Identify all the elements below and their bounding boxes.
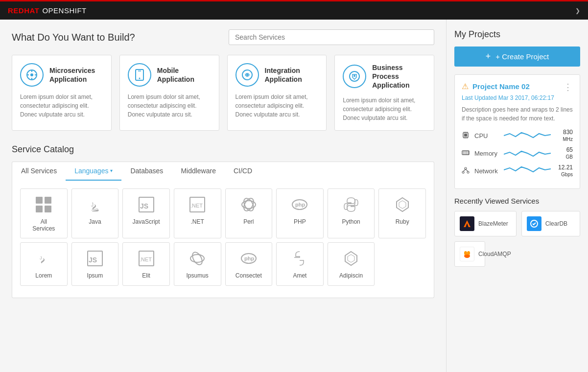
svg-point-55 — [467, 171, 469, 173]
plus-icon: + — [486, 51, 491, 62]
memory-chart — [504, 147, 551, 159]
project-updated: Last Updated Mar 3 2017, 06:22:17 — [462, 94, 573, 101]
service-item-ipsum[interactable]: JS Ipsum — [71, 242, 119, 285]
service-grid-row1: AllServices J Java — [20, 188, 426, 239]
build-card-business[interactable]: Business ProcessApplication Lorem ipsum … — [334, 55, 434, 131]
integration-desc: Lorem ipsum dolor sit amet, consectetur … — [235, 93, 319, 119]
service-item-elit[interactable]: .NET Elit — [122, 242, 170, 285]
mobile-icon — [128, 63, 151, 87]
service-item-lorem[interactable]: J Lorem — [20, 242, 68, 285]
service-item-all[interactable]: AllServices — [20, 188, 68, 239]
svg-text:J: J — [91, 202, 94, 208]
project-card-header: ⚠ Project Name 02 ⋮ — [462, 82, 573, 93]
microservices-desc: Lorem ipsum dolor sit amet, consectetur … — [20, 93, 103, 119]
left-content: What Do You Want to Build? — [0, 20, 446, 372]
amet-icon — [290, 249, 309, 268]
recently-item-cloudamqp[interactable]: CloudAMQP — [454, 241, 485, 267]
service-item-amet[interactable]: Amet — [276, 242, 324, 285]
recently-item-cleardb[interactable]: ClearDB — [521, 211, 580, 236]
service-item-php[interactable]: php PHP — [276, 188, 324, 239]
service-item-adipiscin[interactable]: Adipiscin — [328, 242, 375, 285]
build-card-header: Business ProcessApplication — [343, 63, 426, 90]
svg-text:php: php — [295, 202, 305, 208]
cpu-label: CPU — [474, 132, 504, 140]
svg-text:JS: JS — [89, 256, 97, 264]
nav-chevron-icon[interactable]: ❯ — [575, 7, 580, 14]
build-card-mobile[interactable]: MobileApplication Lorem ipsum dolor sit … — [119, 55, 219, 131]
right-sidebar: My Projects + + Create Project ⚠ Project… — [446, 20, 588, 372]
service-label-perl: Perl — [243, 218, 254, 225]
svg-marker-38 — [345, 252, 357, 265]
tab-languages[interactable]: Languages ▾ — [66, 162, 121, 181]
java-icon: J — [85, 195, 105, 214]
microservices-title: MicroservicesApplication — [49, 66, 95, 84]
integration-title: IntegrationApplication — [265, 66, 302, 84]
build-card-integration[interactable]: IntegrationApplication Lorem ipsum dolor… — [227, 55, 327, 131]
service-label-dotnet: .NET — [191, 218, 204, 225]
svg-text:.NET: .NET — [190, 203, 203, 209]
network-label: Network — [474, 167, 504, 175]
service-label-java: Java — [89, 218, 101, 225]
build-card-microservices[interactable]: MicroservicesApplication Lorem ipsum dol… — [12, 55, 112, 131]
languages-dropdown-icon: ▾ — [110, 168, 113, 173]
cloudamqp-name: CloudAMQP — [478, 251, 511, 257]
service-item-python[interactable]: Python — [328, 188, 375, 239]
svg-rect-13 — [36, 197, 43, 204]
recently-viewed-grid: BlazeMeter ClearDB — [454, 211, 580, 267]
brand-white: OPENSHIFT — [42, 6, 86, 15]
business-desc: Lorem ipsum dolor sit amet, consectetur … — [343, 96, 426, 122]
recently-item-blazemeter[interactable]: BlazeMeter — [454, 211, 517, 236]
svg-point-65 — [467, 251, 470, 255]
service-label-ipsum: Ipsum — [87, 272, 103, 279]
service-item-dotnet[interactable]: .NET .NET — [174, 188, 221, 239]
tab-middleware[interactable]: Middleware — [172, 162, 225, 181]
network-chart — [504, 165, 551, 177]
python-icon — [341, 195, 361, 214]
header-row: What Do You Want to Build? — [12, 29, 434, 45]
tab-cicd[interactable]: CI/CD — [225, 162, 261, 181]
service-item-javascript[interactable]: JS JavaScript — [122, 188, 170, 239]
cleardb-icon — [527, 216, 541, 231]
service-label-elit: Elit — [142, 272, 150, 279]
integration-icon — [235, 63, 259, 87]
service-item-perl[interactable]: Perl — [225, 188, 273, 239]
svg-point-64 — [464, 251, 467, 255]
service-label-all: AllServices — [32, 218, 55, 232]
service-item-consectet[interactable]: php Consectet — [225, 242, 273, 285]
consectet-icon: php — [239, 249, 259, 268]
blazemeter-icon — [460, 216, 474, 231]
sidebar-title: My Projects — [454, 29, 580, 40]
service-label-javascript: JavaScript — [133, 218, 160, 225]
service-item-ruby[interactable]: Ruby — [378, 188, 426, 239]
service-item-java[interactable]: J Java — [71, 188, 119, 239]
svg-point-54 — [462, 171, 464, 173]
service-label-adipiscin: Adipiscin — [339, 272, 363, 279]
memory-icon — [462, 149, 471, 158]
svg-rect-58 — [462, 218, 472, 229]
svg-text:J: J — [40, 256, 42, 260]
service-grid-container: AllServices J Java — [12, 181, 434, 298]
ipsumus-icon — [188, 249, 207, 268]
svg-point-7 — [139, 78, 140, 79]
top-nav: REDHAT OPENSHIFT ❯ — [0, 0, 588, 20]
svg-point-1 — [30, 73, 33, 76]
tab-databases[interactable]: Databases — [121, 162, 172, 181]
search-input[interactable] — [229, 29, 434, 45]
tab-all-services[interactable]: All Services — [12, 162, 66, 181]
build-card-header: MicroservicesApplication — [20, 63, 103, 87]
service-label-lorem: Lorem — [35, 272, 52, 279]
metric-network: Network 12.21Gbps — [462, 164, 573, 178]
svg-rect-14 — [45, 197, 51, 204]
create-project-button[interactable]: + + Create Project — [454, 46, 580, 67]
mobile-title: MobileApplication — [157, 66, 194, 84]
metric-memory: Memory 65GB — [462, 146, 573, 160]
project-menu-icon[interactable]: ⋮ — [564, 82, 573, 93]
service-item-ipsumus[interactable]: Ipsumus — [174, 242, 221, 285]
dotnet-icon: .NET — [188, 195, 207, 214]
build-card-header: IntegrationApplication — [235, 63, 319, 87]
svg-marker-39 — [348, 255, 354, 262]
network-value: 12.21Gbps — [551, 164, 573, 178]
project-name[interactable]: Project Name 02 — [472, 82, 530, 91]
svg-point-53 — [465, 167, 467, 169]
svg-rect-41 — [464, 134, 467, 137]
